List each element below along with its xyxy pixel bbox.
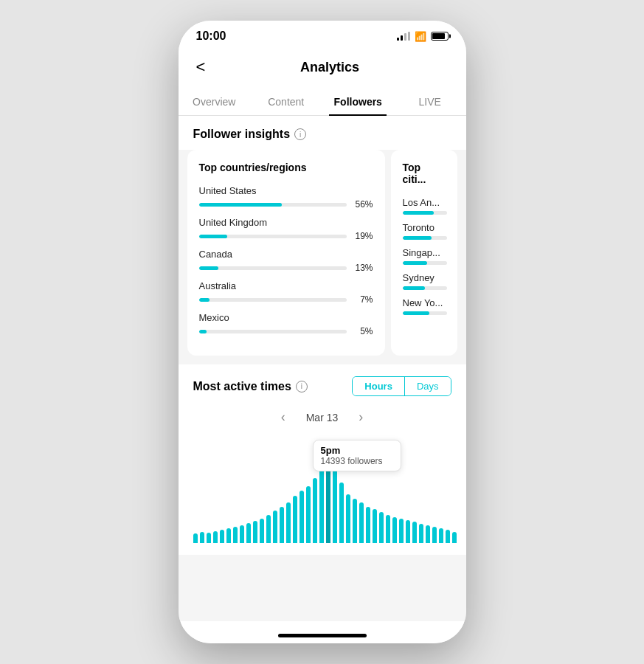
chart-bar[interactable] <box>419 524 423 543</box>
country-item-uk: United Kingdom 19% <box>199 217 373 241</box>
chart-bar[interactable] <box>333 470 337 543</box>
chart-bar[interactable] <box>346 494 350 543</box>
date-next-button[interactable]: › <box>353 407 369 428</box>
chart-bar[interactable] <box>266 515 271 544</box>
active-times-title: Most active times <box>193 380 291 393</box>
phone-frame: 10:00 📶 < Analytics Overview Content Fo <box>179 21 466 643</box>
page-title: Analytics <box>208 60 451 75</box>
tooltip-followers: 14393 followers <box>321 456 393 466</box>
chart-bar[interactable] <box>353 499 357 544</box>
city-name: Sydney <box>403 272 446 283</box>
tab-overview[interactable]: Overview <box>179 89 251 115</box>
chart-bar[interactable] <box>399 519 404 543</box>
chart-bar[interactable] <box>406 520 410 543</box>
date-label: Mar 13 <box>306 412 339 423</box>
country-name: Australia <box>199 280 373 291</box>
follower-insights-info-icon[interactable]: i <box>294 128 306 140</box>
battery-icon <box>431 32 449 41</box>
tab-live[interactable]: LIVE <box>394 89 466 115</box>
active-times-info-icon[interactable]: i <box>296 381 308 392</box>
header: < Analytics <box>179 49 466 89</box>
chart-bar[interactable] <box>233 527 238 543</box>
chart-bar[interactable] <box>432 527 437 543</box>
follower-insights-header: Follower insights i <box>179 116 466 150</box>
country-item-au: Australia 7% <box>199 280 373 305</box>
chart-bar[interactable] <box>306 486 311 543</box>
active-times-title-row: Most active times i <box>193 380 308 393</box>
tab-content[interactable]: Content <box>250 89 322 115</box>
home-indicator <box>179 621 466 643</box>
city-item-singapore: Singap... <box>403 247 446 265</box>
status-bar: 10:00 📶 <box>179 21 466 49</box>
tab-followers[interactable]: Followers <box>322 89 395 115</box>
chart-bar[interactable] <box>273 511 277 543</box>
chart-bar[interactable] <box>226 528 231 543</box>
country-item-mx: Mexico 5% <box>199 312 373 336</box>
chart-bar[interactable] <box>412 522 417 543</box>
country-name: Mexico <box>199 312 373 323</box>
city-name: New Yo... <box>403 297 446 308</box>
chart-bar[interactable] <box>426 525 430 543</box>
city-item-sydney: Sydney <box>403 272 446 290</box>
city-name: Toronto <box>403 222 446 233</box>
chart-bar[interactable] <box>326 462 330 543</box>
chart-bar[interactable] <box>213 531 218 544</box>
chart-bar[interactable] <box>366 507 370 544</box>
chart-bar[interactable] <box>207 533 211 543</box>
active-times-header: Most active times i Hours Days <box>193 376 451 396</box>
date-prev-button[interactable]: ‹ <box>275 407 291 428</box>
top-cities-card: Top citi... Los An... Toronto Singap... … <box>391 150 457 356</box>
cards-row: Top countries/regions United States 56% … <box>179 150 466 364</box>
chart-bar[interactable] <box>260 519 264 543</box>
chart-bar[interactable] <box>313 478 317 543</box>
chart-bar[interactable] <box>193 533 198 543</box>
chart-bar[interactable] <box>319 466 324 544</box>
chart-bar[interactable] <box>200 532 204 543</box>
top-cities-title: Top citi... <box>403 162 446 185</box>
chart-container: 5pm 14393 followers <box>193 440 451 543</box>
chart-bar[interactable] <box>293 496 297 543</box>
status-icons: 📶 <box>397 31 449 42</box>
chart-bar[interactable] <box>359 502 364 543</box>
city-item-toronto: Toronto <box>403 222 446 240</box>
hours-toggle-button[interactable]: Hours <box>353 377 405 395</box>
signal-icon <box>397 32 410 41</box>
chart-bar[interactable] <box>392 517 397 543</box>
top-countries-card: Top countries/regions United States 56% … <box>187 150 385 356</box>
wifi-icon: 📶 <box>415 31 426 42</box>
chart-bar[interactable] <box>246 523 251 544</box>
country-item-ca: Canada 13% <box>199 249 373 273</box>
city-name: Los An... <box>403 197 446 208</box>
city-name: Singap... <box>403 247 446 258</box>
status-time: 10:00 <box>196 30 226 43</box>
city-item-newyork: New Yo... <box>403 297 446 315</box>
days-toggle-button[interactable]: Days <box>405 377 451 395</box>
nav-tabs: Overview Content Followers LIVE <box>179 89 466 116</box>
chart-bar[interactable] <box>286 502 291 543</box>
chart-bar[interactable] <box>386 515 390 544</box>
country-name: United Kingdom <box>199 217 373 228</box>
chart-bar[interactable] <box>300 491 304 544</box>
chart-bar[interactable] <box>452 532 457 543</box>
date-navigation: ‹ Mar 13 › <box>193 407 451 428</box>
chart-bar[interactable] <box>446 530 450 543</box>
chart-bar[interactable] <box>240 525 244 543</box>
chart-bar[interactable] <box>220 530 224 543</box>
active-times-section: Most active times i Hours Days ‹ Mar 13 … <box>179 364 466 555</box>
home-bar <box>278 634 367 637</box>
content-area: Follower insights i Top countries/region… <box>179 116 466 621</box>
chart-bar[interactable] <box>373 509 377 543</box>
chart-tooltip: 5pm 14393 followers <box>313 440 401 471</box>
chart-bar[interactable] <box>280 507 284 544</box>
top-countries-title: Top countries/regions <box>199 162 373 173</box>
follower-insights-title: Follower insights <box>193 128 291 141</box>
back-button[interactable]: < <box>193 55 209 80</box>
country-name: Canada <box>199 249 373 260</box>
country-item-us: United States 56% <box>199 185 373 210</box>
chart-bar[interactable] <box>379 512 384 543</box>
chart-bar[interactable] <box>339 483 344 544</box>
chart-bar[interactable] <box>253 521 257 543</box>
country-name: United States <box>199 185 373 196</box>
chart-bar[interactable] <box>439 528 443 543</box>
city-item-la: Los An... <box>403 197 446 215</box>
